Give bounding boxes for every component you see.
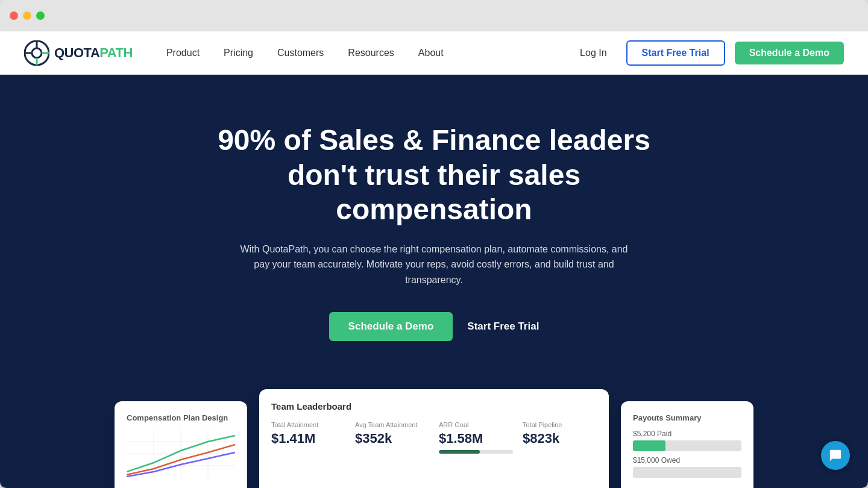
nav-links: Product Pricing Customers Resources Abou… bbox=[157, 43, 570, 63]
nav-resources[interactable]: Resources bbox=[338, 43, 403, 63]
page-content: QUOTAPATH Product Pricing Customers Reso… bbox=[0, 31, 868, 488]
arr-goal-bar bbox=[439, 450, 513, 454]
stat-label: ARR Goal bbox=[439, 421, 513, 428]
hero-title: 90% of Sales & Finance leaders don't tru… bbox=[193, 123, 675, 227]
logo-icon bbox=[24, 40, 49, 66]
logo[interactable]: QUOTAPATH bbox=[24, 40, 133, 66]
stat-total-pipeline: Total Pipeline $823k bbox=[523, 421, 597, 454]
payout-owed-bar bbox=[633, 467, 741, 478]
schedule-demo-hero-button[interactable]: Schedule a Demo bbox=[329, 312, 453, 341]
comp-plan-card: Compensation Plan Design bbox=[115, 401, 247, 488]
payout-owed: $15,000 Owed bbox=[633, 456, 741, 478]
payout-paid-label: $5,200 Paid bbox=[633, 430, 741, 438]
stat-total-attainment: Total Attainment $1.41M bbox=[271, 421, 345, 454]
cards-section: Compensation Plan Design bbox=[0, 377, 868, 488]
comp-plan-chart bbox=[127, 430, 235, 478]
nav-actions: Log In Start Free Trial Schedule a Demo bbox=[570, 40, 844, 66]
navbar: QUOTAPATH Product Pricing Customers Reso… bbox=[0, 31, 868, 75]
minimize-button[interactable] bbox=[23, 11, 31, 20]
chat-bubble-button[interactable] bbox=[821, 441, 850, 470]
stat-label: Total Pipeline bbox=[523, 421, 597, 428]
logo-text: QUOTAPATH bbox=[54, 45, 133, 61]
leaderboard-card: Team Leaderboard Total Attainment $1.41M… bbox=[259, 389, 609, 488]
stat-arr-goal: ARR Goal $1.58M bbox=[439, 421, 513, 454]
payout-paid-bar-fill bbox=[633, 440, 665, 451]
nav-product[interactable]: Product bbox=[157, 43, 209, 63]
hero-section: 90% of Sales & Finance leaders don't tru… bbox=[0, 75, 868, 377]
svg-point-1 bbox=[32, 48, 42, 58]
payouts-card: Payouts Summary $5,200 Paid $15,000 Owed bbox=[621, 401, 753, 488]
fullscreen-button[interactable] bbox=[36, 11, 45, 20]
arr-goal-bar-fill bbox=[439, 450, 480, 454]
stat-label: Total Attainment bbox=[271, 421, 345, 428]
nav-about[interactable]: About bbox=[409, 43, 453, 63]
schedule-demo-nav-button[interactable]: Schedule a Demo bbox=[735, 42, 844, 64]
stat-value: $823k bbox=[523, 431, 597, 446]
login-link[interactable]: Log In bbox=[570, 43, 616, 63]
browser-titlebar bbox=[0, 0, 868, 31]
hero-buttons: Schedule a Demo Start Free Trial bbox=[24, 312, 844, 341]
leaderboard-stats: Total Attainment $1.41M Avg Team Attainm… bbox=[271, 421, 597, 454]
payout-paid-bar bbox=[633, 440, 741, 451]
start-free-trial-button[interactable]: Start Free Trial bbox=[626, 40, 725, 66]
stat-value: $352k bbox=[355, 431, 429, 446]
stat-value: $1.41M bbox=[271, 431, 345, 446]
start-free-trial-hero-button[interactable]: Start Free Trial bbox=[467, 321, 539, 333]
stat-label: Avg Team Attainment bbox=[355, 421, 429, 428]
chat-icon bbox=[829, 449, 842, 462]
payout-owed-label: $15,000 Owed bbox=[633, 456, 741, 465]
leaderboard-title: Team Leaderboard bbox=[271, 401, 597, 411]
traffic-lights bbox=[10, 11, 45, 20]
stat-value: $1.58M bbox=[439, 431, 513, 446]
hero-subtitle: With QuotaPath, you can choose the right… bbox=[235, 242, 633, 288]
payout-paid: $5,200 Paid bbox=[633, 430, 741, 451]
payouts-title: Payouts Summary bbox=[633, 413, 741, 422]
nav-pricing[interactable]: Pricing bbox=[214, 43, 263, 63]
close-button[interactable] bbox=[10, 11, 18, 20]
stat-avg-attainment: Avg Team Attainment $352k bbox=[355, 421, 429, 454]
comp-plan-title: Compensation Plan Design bbox=[127, 413, 235, 422]
nav-customers[interactable]: Customers bbox=[268, 43, 333, 63]
